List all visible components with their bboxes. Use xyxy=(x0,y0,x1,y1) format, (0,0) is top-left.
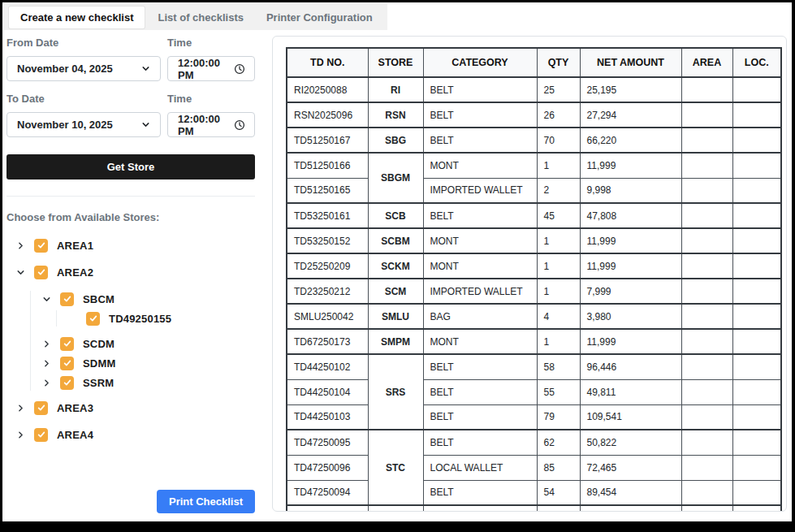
checkbox-td49250155[interactable] xyxy=(86,312,100,326)
checkbox-sdmm[interactable] xyxy=(60,357,74,370)
chevron-right-icon[interactable] xyxy=(15,240,27,252)
tree-node: AREA2SBCMTD49250155SCDMSDMMSSRM xyxy=(15,264,255,391)
available-stores-label: Choose from Available Stores: xyxy=(6,211,255,223)
cell-loc xyxy=(732,304,781,329)
chevron-down-icon[interactable] xyxy=(139,119,152,132)
clock-icon[interactable] xyxy=(233,63,246,76)
checkbox-area2[interactable] xyxy=(34,266,48,279)
chevron-right-icon[interactable] xyxy=(41,357,53,370)
chevron-right-icon[interactable] xyxy=(41,377,53,389)
chevron-down-icon[interactable] xyxy=(15,266,27,279)
cell-loc xyxy=(732,329,781,354)
tree-item-sdmm[interactable]: SDMM xyxy=(41,355,255,371)
cell-td-no: TD47250096 xyxy=(287,455,368,480)
cell-td-no: TD25250209 xyxy=(287,253,368,279)
cell-net-amount: 89,454 xyxy=(580,480,681,505)
cell-store xyxy=(368,505,423,512)
from-time-input[interactable]: 12:00:00 PM xyxy=(167,56,255,81)
tree-item-label: TD49250155 xyxy=(109,313,171,325)
tab-list-of-checklists[interactable]: List of checklists xyxy=(146,4,254,30)
cell-store: SBG xyxy=(368,128,423,153)
cell-category: BELT xyxy=(423,203,537,228)
checkbox-ssrm[interactable] xyxy=(60,376,74,390)
table-row: TD23250212SCMIMPORTED WALLET17,999 xyxy=(287,279,781,304)
to-time-label: Time xyxy=(167,93,255,105)
tree-item-td49250155[interactable]: TD49250155 xyxy=(67,310,255,327)
tree-item-area3[interactable]: AREA3 xyxy=(15,400,255,416)
clock-icon[interactable] xyxy=(233,119,246,132)
chevron-right-icon[interactable] xyxy=(15,429,27,441)
cell-area xyxy=(681,480,732,505)
table-row: TD44250104BELT5549,811 xyxy=(287,379,781,404)
cell-loc xyxy=(732,203,781,228)
tree-item-ssrm[interactable]: SSRM xyxy=(41,374,255,391)
cell-loc xyxy=(732,77,781,102)
cell-store: SBGM xyxy=(368,153,423,203)
tree-children: TD49250155 xyxy=(56,310,255,327)
cell-loc xyxy=(732,178,781,203)
cell-qty: 70 xyxy=(537,128,580,153)
checkbox-scdm[interactable] xyxy=(60,337,74,351)
chevron-down-icon[interactable] xyxy=(41,293,53,305)
tree-item-label: AREA3 xyxy=(57,402,93,414)
table-row: SMLU250042SMLUBAG43,980 xyxy=(287,304,781,329)
tree-item-label: AREA1 xyxy=(57,240,93,252)
cell-td-no: TD53250152 xyxy=(287,228,368,253)
col-header-store: STORE xyxy=(368,48,423,77)
cell-store: SCM xyxy=(368,279,423,304)
cell-area xyxy=(681,253,732,279)
tree-item-label: SBCM xyxy=(83,293,114,305)
tree-item-area4[interactable]: AREA4 xyxy=(15,426,255,443)
cell-net-amount: 49,811 xyxy=(580,379,681,404)
tab-printer-configuration[interactable]: Printer Configuration xyxy=(255,4,384,30)
tree-item-area2[interactable]: AREA2 xyxy=(15,264,255,280)
cell-area xyxy=(681,379,732,404)
cell-td-no: RSN2025096 xyxy=(287,102,368,128)
to-date-input[interactable]: November 10, 2025 xyxy=(6,112,161,137)
chevron-right-icon[interactable] xyxy=(15,402,27,414)
cell-loc xyxy=(732,153,781,178)
cell-td-no: TD44250104 xyxy=(287,379,368,404)
cell-area xyxy=(681,178,732,203)
cell-loc xyxy=(732,505,781,512)
cell-qty: 1 xyxy=(537,253,580,279)
cell-net-amount: 109,541 xyxy=(580,404,681,430)
cell-td-no: TD51250165 xyxy=(287,178,368,203)
to-time-input[interactable]: 12:00:00 PM xyxy=(167,112,255,137)
chevron-down-icon[interactable] xyxy=(139,63,152,76)
cell-area xyxy=(681,279,732,304)
cell-td-no: TD51250166 xyxy=(287,153,368,178)
cell-td-no: TD53250161 xyxy=(287,203,368,228)
cell-area xyxy=(681,404,732,430)
cell-category: BELT xyxy=(423,128,537,153)
checklist-table: TD NO.STORECATEGORYQTYNET AMOUNTAREALOC.… xyxy=(286,47,782,512)
from-date-input[interactable]: November 04, 2025 xyxy=(6,56,161,81)
tree-item-sbcm[interactable]: SBCM xyxy=(41,291,255,307)
tree-item-scdm[interactable]: SCDM xyxy=(41,335,255,352)
checkbox-sbcm[interactable] xyxy=(60,292,74,306)
get-store-button[interactable]: Get Store xyxy=(6,154,255,179)
table-row: TD47250095STCBELT6250,822 xyxy=(287,430,781,455)
chevron-right-icon[interactable] xyxy=(41,338,53,350)
cell-net-amount: 25,195 xyxy=(580,77,681,102)
cell-category: MONT xyxy=(423,253,537,279)
tree-item-label: AREA4 xyxy=(57,429,93,441)
cell-category: BAG xyxy=(423,304,537,329)
cell-category: BELT xyxy=(423,404,537,430)
print-checklist-button[interactable]: Print Checklist xyxy=(157,490,255,513)
tab-create-a-new-checklist[interactable]: Create a new checklist xyxy=(9,6,145,28)
cell-loc xyxy=(732,480,781,505)
app-window: Create a new checklistList of checklists… xyxy=(2,2,792,521)
checkbox-area4[interactable] xyxy=(34,428,48,442)
tree-item-area1[interactable]: AREA1 xyxy=(15,237,255,253)
to-date-label: To Date xyxy=(6,93,161,105)
tree-node: SSRM xyxy=(41,374,255,391)
checkbox-area3[interactable] xyxy=(34,401,48,415)
screenshot-frame: Create a new checklistList of checklists… xyxy=(0,0,795,532)
cell-loc xyxy=(732,354,781,379)
checkbox-area1[interactable] xyxy=(34,239,48,253)
cell-loc xyxy=(732,102,781,128)
from-date-value: November 04, 2025 xyxy=(17,63,139,75)
cell-category: MONT xyxy=(423,153,537,178)
col-header-net-amount: NET AMOUNT xyxy=(580,48,681,77)
